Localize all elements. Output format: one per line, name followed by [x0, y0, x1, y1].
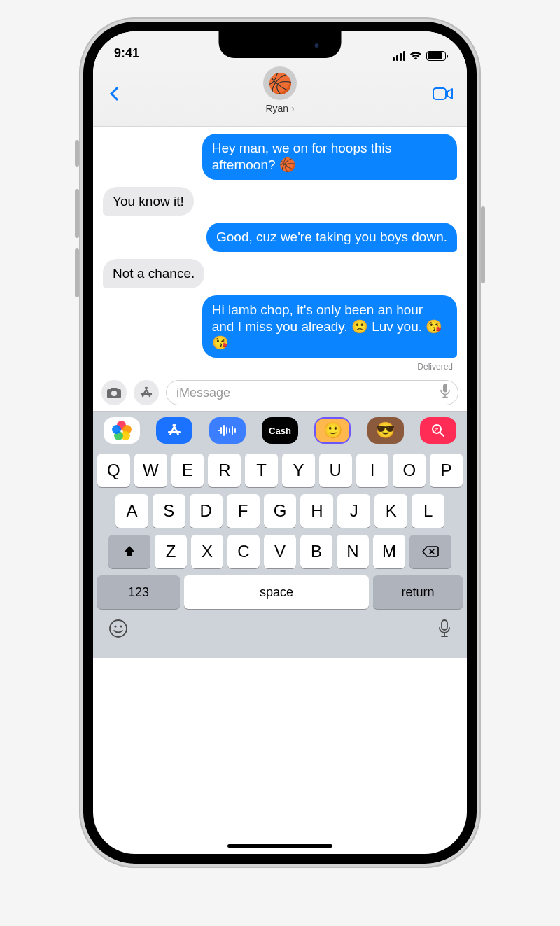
key-x[interactable]: X: [191, 535, 223, 568]
svg-point-1: [111, 391, 117, 396]
app-store-app[interactable]: [156, 417, 192, 444]
message-bubble-sent[interactable]: Hey man, we on for hoops this afternoon?…: [202, 134, 457, 180]
message-placeholder: iMessage: [176, 386, 230, 400]
shift-key[interactable]: [108, 535, 150, 568]
compose-bar: iMessage: [93, 373, 467, 411]
key-t[interactable]: T: [245, 454, 278, 487]
app-strip: Cash 🙂 😎 #: [93, 411, 467, 448]
key-n[interactable]: N: [337, 535, 369, 568]
key-v[interactable]: V: [264, 535, 296, 568]
svg-text:#: #: [435, 426, 439, 433]
avatar-emoji: 🏀: [268, 72, 293, 95]
key-l[interactable]: L: [412, 494, 444, 528]
svg-rect-2: [443, 384, 447, 393]
key-g[interactable]: G: [264, 494, 297, 528]
wifi-icon: [410, 51, 422, 61]
message-input[interactable]: iMessage: [166, 380, 458, 405]
back-button[interactable]: [103, 80, 131, 108]
key-s[interactable]: S: [153, 494, 186, 528]
key-m[interactable]: M: [373, 535, 405, 568]
key-w[interactable]: W: [134, 454, 167, 487]
volume-up-button[interactable]: [75, 189, 79, 238]
contact-avatar[interactable]: 🏀: [263, 66, 297, 100]
message-bubble-sent[interactable]: Good, cuz we're taking you boys down.: [206, 223, 457, 252]
animoji-icon: 😎: [376, 421, 395, 440]
microphone-icon: [438, 619, 451, 638]
camera-icon: [106, 386, 122, 399]
memoji-icon: 🙂: [323, 421, 342, 440]
notch: [219, 31, 342, 58]
key-d[interactable]: D: [190, 494, 223, 528]
space-key[interactable]: space: [184, 575, 369, 609]
key-u[interactable]: U: [319, 454, 352, 487]
dictation-button[interactable]: [438, 619, 451, 643]
photos-icon: [112, 421, 132, 440]
svg-line-4: [440, 433, 444, 436]
power-button[interactable]: [481, 206, 485, 283]
key-o[interactable]: O: [393, 454, 426, 487]
backspace-icon: [422, 545, 439, 558]
key-q[interactable]: Q: [97, 454, 130, 487]
animoji-app[interactable]: 😎: [368, 417, 404, 444]
apple-cash-app[interactable]: Cash: [262, 417, 298, 444]
app-store-icon: [167, 423, 182, 438]
emoji-keyboard-button[interactable]: [108, 619, 128, 643]
keyboard-bottom-bar: [93, 613, 467, 658]
video-icon: [433, 87, 454, 101]
key-p[interactable]: P: [430, 454, 463, 487]
key-i[interactable]: I: [356, 454, 389, 487]
audio-message-app[interactable]: [209, 417, 246, 444]
key-r[interactable]: R: [208, 454, 241, 487]
svg-rect-0: [433, 88, 446, 99]
emoji-icon: [108, 619, 128, 638]
key-f[interactable]: F: [227, 494, 260, 528]
app-store-icon: [139, 386, 153, 400]
waveform-icon: [217, 423, 238, 437]
battery-icon: [426, 51, 446, 61]
messages-list[interactable]: Hey man, we on for hoops this afternoon?…: [93, 127, 467, 373]
cellular-icon: [393, 51, 405, 61]
backspace-key[interactable]: [410, 535, 451, 568]
key-e[interactable]: E: [172, 454, 204, 487]
message-bubble-sent[interactable]: Hi lamb chop, it's only been an hour and…: [202, 295, 457, 358]
mute-switch[interactable]: [75, 140, 79, 167]
memoji-app[interactable]: 🙂: [314, 417, 351, 444]
message-bubble-received[interactable]: Not a chance.: [103, 259, 204, 288]
chat-header: 🏀 Ryan: [93, 64, 467, 127]
svg-point-8: [120, 625, 122, 627]
chevron-left-icon: [110, 87, 124, 101]
return-key[interactable]: return: [373, 575, 463, 609]
shift-icon: [122, 545, 136, 559]
device-frame: 9:41 🏀 Ryan: [79, 17, 481, 868]
camera-button[interactable]: [102, 380, 127, 405]
key-k[interactable]: K: [374, 494, 407, 528]
contact-name[interactable]: Ryan: [265, 103, 294, 114]
search-icon: #: [430, 423, 446, 438]
key-y[interactable]: Y: [282, 454, 315, 487]
hashtag-images-app[interactable]: #: [420, 417, 456, 444]
svg-rect-9: [442, 620, 447, 630]
app-drawer-button[interactable]: [134, 380, 159, 405]
dictate-button[interactable]: [440, 384, 451, 402]
status-time: 9:41: [114, 46, 139, 61]
key-b[interactable]: B: [300, 535, 332, 568]
message-bubble-received[interactable]: You know it!: [103, 187, 194, 216]
key-a[interactable]: A: [115, 494, 148, 528]
keyboard: Q W E R T Y U I O P A S D F G H: [93, 448, 467, 613]
svg-point-6: [110, 620, 127, 637]
svg-point-7: [114, 625, 116, 627]
volume-down-button[interactable]: [75, 248, 79, 297]
photos-app[interactable]: [104, 417, 140, 444]
numeric-key[interactable]: 123: [97, 575, 180, 609]
key-c[interactable]: C: [227, 535, 260, 568]
microphone-icon: [440, 384, 451, 399]
facetime-button[interactable]: [429, 80, 457, 108]
delivered-label: Delivered: [417, 362, 457, 372]
key-j[interactable]: J: [337, 494, 370, 528]
key-z[interactable]: Z: [155, 535, 187, 568]
home-indicator[interactable]: [227, 844, 332, 848]
key-h[interactable]: H: [300, 494, 333, 528]
